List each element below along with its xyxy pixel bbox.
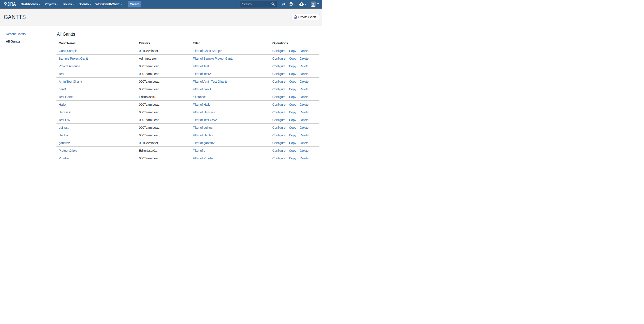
svg-text:?: ? — [290, 3, 292, 6]
